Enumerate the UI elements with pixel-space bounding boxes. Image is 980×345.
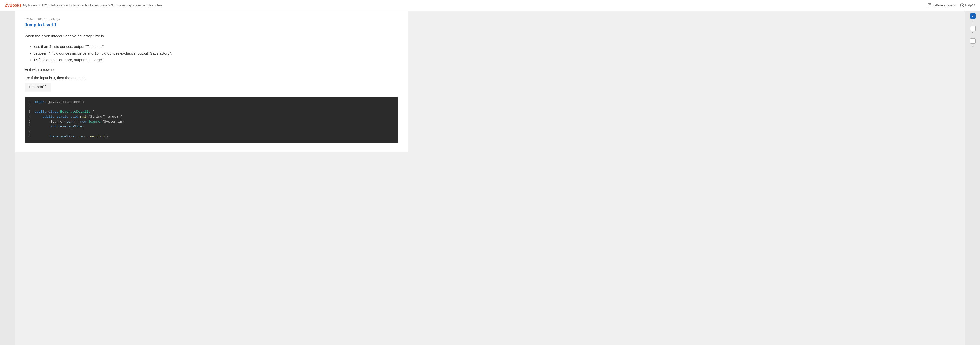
code-line-3: 3 public class BeverageDetails { bbox=[25, 110, 398, 115]
bullet-item-1: less than 4 fluid ounces, output "Too sm… bbox=[33, 43, 398, 50]
code-lines: 1 import java.util.Scanner; 2 3 public c… bbox=[25, 97, 398, 142]
line-num-6: 6 bbox=[25, 125, 34, 128]
breadcrumb-area: ZyBooks My library > IT 210: Introductio… bbox=[5, 3, 162, 8]
line-num-1: 1 bbox=[25, 100, 34, 104]
sidebar-left bbox=[0, 11, 15, 345]
exercise-container: 528040.3489528.qx3zqy7 Jump to level 1 W… bbox=[15, 11, 408, 152]
zybooks-catalog-link[interactable]: zyBooks catalog bbox=[928, 3, 956, 7]
code-line-2: 2 bbox=[25, 105, 398, 110]
catalog-label: zyBooks catalog bbox=[933, 3, 956, 7]
bullet-item-3: 15 fluid ounces or more, output "Too lar… bbox=[33, 57, 398, 63]
level-1-num: 1 bbox=[972, 19, 974, 22]
content-area: 528040.3489528.qx3zqy7 Jump to level 1 W… bbox=[15, 11, 965, 345]
sidebar-right: 1 2 3 bbox=[965, 11, 980, 345]
catalog-icon bbox=[928, 3, 932, 7]
level-3-num: 3 bbox=[972, 44, 974, 47]
code-line-8: 8 beverageSize = scnr.nextInt(); bbox=[25, 135, 398, 139]
line-content-3: public class BeverageDetails { bbox=[34, 110, 94, 114]
breadcrumb: My library > IT 210: Introduction to Jav… bbox=[23, 3, 162, 7]
code-line-1: 1 import java.util.Scanner; bbox=[25, 100, 398, 105]
example-output: Too small bbox=[25, 83, 51, 92]
top-bar: ZyBooks My library > IT 210: Introductio… bbox=[0, 0, 980, 11]
top-bar-actions: zyBooks catalog ? Help/R bbox=[928, 3, 975, 7]
bullet-list: less than 4 fluid ounces, output "Too sm… bbox=[25, 43, 398, 63]
line-num-3: 3 bbox=[25, 110, 34, 114]
svg-text:?: ? bbox=[961, 4, 963, 7]
code-line-7: 7 bbox=[25, 130, 398, 135]
svg-rect-1 bbox=[929, 4, 931, 5]
line-num-4: 4 bbox=[25, 115, 34, 119]
exercise-id: 528040.3489528.qx3zqy7 bbox=[25, 18, 398, 21]
help-icon: ? bbox=[960, 3, 964, 7]
level-item-3[interactable]: 3 bbox=[970, 38, 975, 47]
example-intro: Ex: If the input is 3, then the output i… bbox=[25, 76, 398, 80]
line-content-1: import java.util.Scanner; bbox=[34, 100, 84, 104]
line-content-6: int beverageSize; bbox=[34, 125, 84, 128]
code-editor[interactable]: 1 import java.util.Scanner; 2 3 public c… bbox=[25, 97, 398, 142]
code-line-6: 6 int beverageSize; bbox=[25, 125, 398, 130]
line-num-5: 5 bbox=[25, 120, 34, 123]
level-1-checkbox[interactable] bbox=[970, 13, 975, 19]
bullet-item-2: between 4 fluid ounces inclusive and 15 … bbox=[33, 50, 398, 57]
svg-rect-3 bbox=[929, 6, 930, 6]
level-item-1[interactable]: 1 bbox=[970, 13, 975, 22]
line-num-8: 8 bbox=[25, 135, 34, 138]
brand-logo: ZyBooks bbox=[5, 3, 22, 8]
problem-description: When the given integer variable beverage… bbox=[25, 33, 398, 39]
level-indicators: 1 2 3 bbox=[970, 13, 975, 47]
line-num-2: 2 bbox=[25, 105, 34, 109]
level-3-checkbox[interactable] bbox=[970, 38, 975, 44]
main-layout: 528040.3489528.qx3zqy7 Jump to level 1 W… bbox=[0, 11, 980, 345]
help-link[interactable]: ? Help/R bbox=[960, 3, 975, 7]
level-item-2[interactable]: 2 bbox=[970, 26, 975, 35]
svg-rect-2 bbox=[929, 5, 931, 5]
line-content-8: beverageSize = scnr.nextInt(); bbox=[34, 135, 110, 138]
level-2-num: 2 bbox=[972, 32, 974, 35]
jump-to-level-heading[interactable]: Jump to level 1 bbox=[25, 22, 398, 27]
end-note: End with a newline. bbox=[25, 68, 398, 72]
level-2-checkbox[interactable] bbox=[970, 26, 975, 31]
code-line-4: 4 public static void main(String[] args)… bbox=[25, 115, 398, 120]
line-num-7: 7 bbox=[25, 130, 34, 133]
line-content-5: Scanner scnr = new Scanner(System.in); bbox=[34, 120, 126, 123]
help-label: Help/R bbox=[965, 3, 975, 7]
line-content-4: public static void main(String[] args) { bbox=[34, 115, 122, 119]
code-line-5: 5 Scanner scnr = new Scanner(System.in); bbox=[25, 120, 398, 125]
